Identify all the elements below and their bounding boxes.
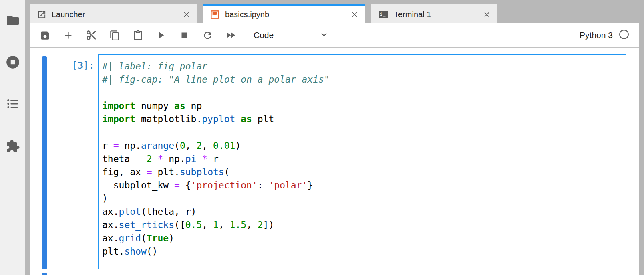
code-line: subplot_kw = {'projection': 'polar'} — [102, 179, 622, 192]
sidebar-item-running-sessions[interactable] — [5, 55, 20, 70]
close-icon[interactable] — [182, 10, 191, 19]
cell-type-value: Code — [254, 30, 274, 40]
code-line — [102, 126, 622, 139]
code-line: import numpy as np — [102, 99, 622, 113]
play-icon — [156, 30, 166, 40]
clipboard-icon — [133, 30, 143, 41]
terminal-icon: $ — [378, 10, 389, 19]
sidebar-item-extensions[interactable] — [6, 139, 20, 154]
folder-icon — [6, 13, 20, 28]
code-line — [102, 86, 622, 99]
save-button[interactable] — [33, 26, 56, 44]
code-line: import matplotlib.pyplot as plt — [102, 113, 622, 126]
cut-cells-button[interactable] — [80, 26, 103, 44]
tab-label: Launcher — [52, 10, 175, 19]
copy-icon — [109, 30, 120, 41]
cell-type-dropdown[interactable]: Code — [254, 30, 329, 41]
kernel-indicator[interactable]: Python 3 — [580, 29, 629, 41]
code-line: ) — [102, 192, 622, 205]
notebook-icon — [210, 10, 220, 20]
close-icon[interactable] — [350, 10, 359, 19]
insert-cell-button[interactable] — [56, 26, 80, 44]
launcher-icon — [37, 10, 46, 19]
code-line: #| label: fig-polar — [102, 60, 622, 73]
tab-basics-ipynb[interactable]: basics.ipynb — [203, 4, 365, 23]
cell-collapser[interactable] — [42, 56, 47, 269]
restart-run-all-button[interactable] — [219, 26, 242, 44]
puzzle-icon — [6, 139, 20, 154]
run-cell-button[interactable] — [149, 26, 173, 44]
notebook-panel: [3]: #| label: fig-polar#| fig-cap: "A l… — [30, 48, 639, 275]
stop-circle-icon — [5, 55, 20, 70]
restart-kernel-button[interactable] — [196, 26, 219, 44]
tab-bar: Launcher basics.ipynb $ — [30, 4, 497, 23]
main-dock-panel: Launcher basics.ipynb $ — [30, 0, 639, 275]
copy-cells-button[interactable] — [103, 26, 126, 44]
stop-icon — [179, 30, 189, 40]
code-line: plt.show() — [102, 245, 622, 258]
code-line: fig, ax = plt.subplots( — [102, 166, 622, 179]
code-line: r = np.arange(0, 2, 0.01) — [102, 139, 622, 152]
tab-terminal-1[interactable]: $ Terminal 1 — [371, 4, 497, 23]
save-icon — [40, 30, 50, 41]
svg-text:$: $ — [380, 12, 382, 16]
tab-launcher[interactable]: Launcher — [30, 4, 197, 23]
paste-cells-button[interactable] — [126, 26, 149, 44]
output-collapser[interactable] — [42, 273, 47, 275]
sidebar-item-file-browser[interactable] — [6, 13, 20, 28]
activity-sidebar — [0, 0, 25, 275]
scissors-icon — [86, 30, 97, 41]
bullet-list-icon — [6, 97, 20, 111]
cell-editor[interactable]: #| label: fig-polar#| fig-cap: "A line p… — [98, 54, 626, 269]
code-line: #| fig-cap: "A line plot on a polar axis… — [102, 73, 622, 86]
sidebar-item-table-of-contents[interactable] — [6, 97, 20, 111]
code-line: ax.grid(True) — [102, 232, 622, 245]
tab-label: basics.ipynb — [225, 10, 343, 19]
restart-icon — [202, 30, 213, 41]
kernel-name: Python 3 — [580, 30, 613, 40]
code-line: ax.set_rticks([0.5, 1, 1.5, 2]) — [102, 218, 622, 232]
close-icon[interactable] — [483, 10, 491, 19]
fast-forward-icon — [225, 30, 236, 41]
interrupt-kernel-button[interactable] — [173, 26, 196, 44]
execution-count-prompt: [3]: — [46, 60, 94, 71]
tab-label: Terminal 1 — [394, 10, 475, 19]
code-line: ax.plot(theta, r) — [102, 205, 622, 218]
notebook-toolbar: Code Python 3 — [30, 23, 639, 48]
chevron-down-icon — [319, 30, 329, 41]
plus-icon — [63, 30, 74, 41]
kernel-status-icon[interactable] — [619, 29, 629, 41]
code-line: theta = 2 * np.pi * r — [102, 152, 622, 166]
